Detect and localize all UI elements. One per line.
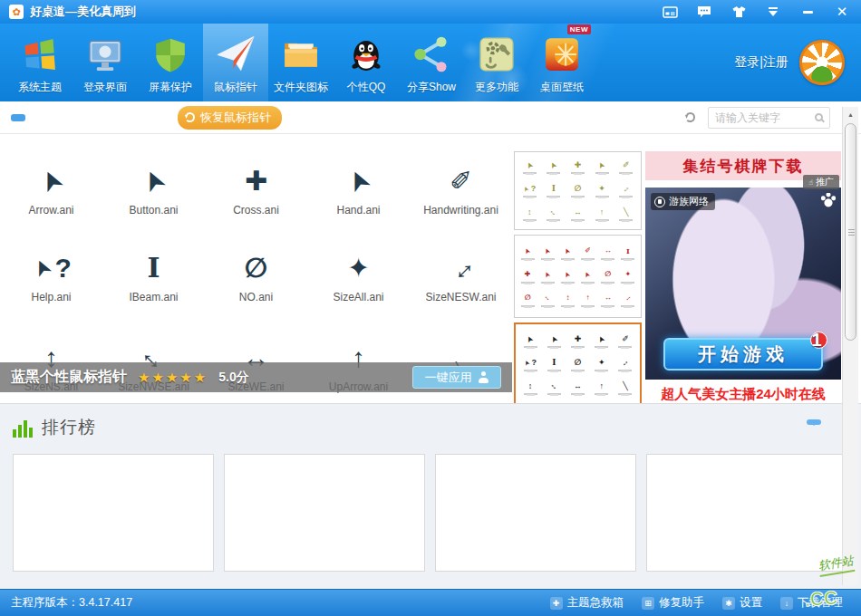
- nav-item-more-features[interactable]: 更多功能: [464, 24, 529, 101]
- cursor-glyph: [448, 251, 475, 285]
- nav-item-screensaver[interactable]: 屏幕保护: [138, 24, 203, 101]
- status-tool-item[interactable]: ✚ 主题急救箱: [550, 595, 624, 611]
- ranking-tab[interactable]: [727, 419, 741, 425]
- nav-item-mouse-cursor[interactable]: 鼠标指针: [203, 24, 268, 101]
- nav-item-share-show[interactable]: 分享Show: [399, 24, 464, 101]
- thumb-label-lines: [547, 172, 560, 174]
- minimize-button[interactable]: [798, 4, 817, 20]
- thumb-label-lines: [541, 258, 555, 260]
- close-button[interactable]: ✕: [832, 4, 852, 20]
- category-tab[interactable]: [147, 114, 161, 121]
- thumb-label-lines: [601, 282, 614, 284]
- thumb-label-lines: [547, 370, 561, 371]
- restore-cursor-button[interactable]: 恢复鼠标指针: [178, 106, 282, 130]
- ranking-header: 排行榜: [13, 416, 96, 439]
- status-tool-item[interactable]: ✱ 设置: [722, 595, 762, 611]
- cursor-file-item[interactable]: IBeam.ani: [102, 226, 205, 313]
- cursor-glyph: [147, 251, 160, 285]
- thumb-label-lines: [547, 196, 560, 197]
- cursor-glyph: [245, 251, 268, 285]
- thumb-glyph: [585, 246, 591, 256]
- scrollbar-thumb[interactable]: [845, 123, 856, 341]
- ranking-item-dark-arrows[interactable]: [13, 454, 214, 572]
- thumb-glyph: [622, 334, 629, 344]
- thumb-label-lines: [601, 305, 614, 307]
- cursor-file-item[interactable]: Cross.ani: [205, 134, 307, 226]
- cursor-file-item[interactable]: Arrow.ani: [0, 134, 102, 226]
- thumb-glyph: [598, 184, 605, 194]
- preview-thumb: [614, 329, 637, 352]
- thumb-glyph: [552, 358, 556, 368]
- thumb-glyph: [625, 270, 632, 280]
- thumb-label-lines: [571, 393, 585, 395]
- thumb-glyph: [552, 184, 556, 194]
- one-click-apply-button[interactable]: 一键应用: [412, 366, 501, 389]
- thumb-glyph: [623, 160, 630, 170]
- ranking-tab[interactable]: [687, 419, 701, 425]
- cursor-file-item[interactable]: Help.ani: [0, 226, 102, 313]
- cursor-file-item[interactable]: SizeNESW.ani: [410, 226, 512, 313]
- account-logo-icon[interactable]: [799, 40, 845, 85]
- thumb-label-lines: [595, 219, 609, 221]
- nav-item-system-theme[interactable]: 系统主题: [7, 24, 73, 101]
- thumb-label-lines: [521, 282, 535, 284]
- refresh-button[interactable]: [685, 112, 695, 122]
- thumb-glyph: [525, 270, 531, 280]
- ad-image[interactable]: 游族网络 开始游戏 1: [645, 188, 841, 380]
- category-tab[interactable]: [11, 114, 25, 121]
- restore-icon: [185, 112, 195, 122]
- ranking-tab[interactable]: [647, 419, 662, 425]
- category-tab[interactable]: [65, 114, 80, 121]
- category-tab[interactable]: [92, 114, 107, 121]
- cursor-file-item[interactable]: SizeAll.ani: [307, 226, 410, 313]
- ranking-tab[interactable]: [807, 419, 821, 425]
- thumb-glyph: [565, 246, 571, 256]
- cursor-file-item[interactable]: Handwriting.ani: [410, 134, 512, 226]
- feedback-chat-icon[interactable]: [694, 4, 714, 20]
- ranking-tab[interactable]: [767, 419, 781, 425]
- cursor-filename: IBeam.ani: [116, 291, 192, 304]
- status-tool-item[interactable]: ↓ 下载管理: [780, 595, 843, 611]
- nav-item-login-screen[interactable]: 登录界面: [73, 24, 138, 101]
- scheme-apply-bar: 蓝黑个性鼠标指针 ★★★★★ 5.0分 一键应用: [0, 362, 512, 392]
- nav-item-folder-icons[interactable]: 文件夹图标: [268, 24, 334, 101]
- start-game-button[interactable]: 开始游戏 1: [663, 338, 823, 371]
- scheme-preview-black-selected[interactable]: [514, 322, 642, 406]
- login-register-link[interactable]: 登录|注册: [734, 54, 788, 71]
- search-input[interactable]: [715, 111, 810, 124]
- preview-thumb: [566, 203, 590, 226]
- thumb-glyph: [566, 294, 569, 303]
- app-title: 好桌道—美化真周到: [30, 4, 136, 20]
- ranking-item-doodle-set[interactable]: [435, 454, 636, 572]
- thumb-glyph: [545, 246, 551, 256]
- vertical-scrollbar[interactable]: ▲: [842, 107, 858, 585]
- preview-thumb: [614, 179, 638, 203]
- status-tool-item[interactable]: ⊞ 修复助手: [642, 595, 704, 611]
- nav-item-qq[interactable]: 个性QQ: [334, 24, 399, 101]
- thumb-glyph: [605, 294, 612, 303]
- rollup-icon[interactable]: [763, 4, 783, 20]
- category-tab[interactable]: [38, 114, 53, 121]
- category-tab-bar: 恢复鼠标指针: [0, 101, 861, 134]
- thumb-glyph: [528, 381, 533, 391]
- scheme-preview-red[interactable]: [514, 235, 642, 318]
- nav-item-wallpaper[interactable]: NEW 桌面壁纸: [529, 24, 595, 101]
- category-tab[interactable]: [120, 114, 134, 121]
- cursor-file-item[interactable]: NO.ani: [205, 226, 307, 313]
- banner-icon[interactable]: [660, 4, 680, 20]
- search-icon[interactable]: [815, 113, 823, 121]
- cursor-file-item[interactable]: Button.ani: [102, 134, 205, 226]
- cursor-file-item[interactable]: Hand.ani: [307, 134, 410, 226]
- preview-thumb: [542, 376, 566, 399]
- ranking-item-purple-set[interactable]: [646, 454, 847, 572]
- preview-thumb: [518, 352, 542, 376]
- ranking-item-glossy-set[interactable]: [224, 454, 425, 572]
- ad-caption-link[interactable]: 超人气美女主播24小时在线: [645, 386, 841, 403]
- scroll-up-arrow[interactable]: ▲: [843, 107, 858, 121]
- scheme-preview-yellow[interactable]: [514, 151, 642, 230]
- thumb-glyph: [622, 184, 630, 194]
- preview-thumb: [566, 156, 590, 179]
- skin-icon[interactable]: [729, 4, 749, 20]
- rating-score: 5.0分: [218, 370, 248, 386]
- thumb-glyph: [574, 381, 582, 391]
